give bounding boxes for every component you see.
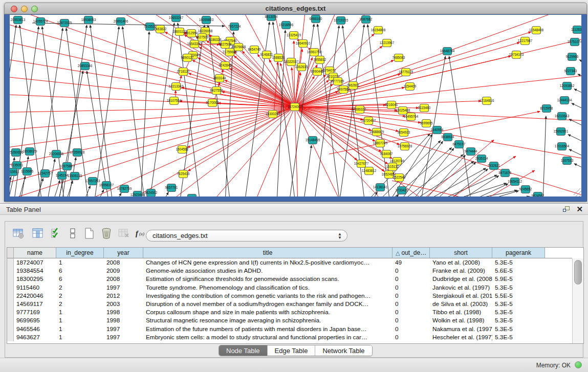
table-row[interactable]: 977716911998Corpus callosum shape and si… <box>7 308 572 316</box>
cell-name[interactable]: 9115460 <box>14 283 56 292</box>
tab-edge-table[interactable]: Edge Table <box>268 345 316 356</box>
cell-out_de[interactable]: 0 <box>393 325 430 333</box>
graph-node[interactable]: 9654923 <box>398 129 410 137</box>
cell-title[interactable]: Disruption of a novel member of a sodium… <box>143 300 393 308</box>
table-settings-button[interactable] <box>12 227 27 242</box>
graph-node[interactable]: 18807249 <box>373 140 388 147</box>
graph-node[interactable]: 18775118 <box>399 69 413 76</box>
cell-name[interactable]: 9465546 <box>14 325 56 333</box>
cell-pagerank[interactable]: 5.3E-5 <box>492 316 545 324</box>
graph-node[interactable]: 7485083 <box>393 54 405 62</box>
header-filler[interactable] <box>545 248 572 258</box>
cell-title[interactable]: Corpus callosum shape and size in male p… <box>143 308 393 316</box>
cell-short[interactable]: Jankovic et al. (1997) <box>430 283 492 292</box>
cell-out_de[interactable]: 0 <box>393 333 430 341</box>
cell-pagerank[interactable]: 5.5E-5 <box>492 292 545 300</box>
table-selector-dropdown[interactable]: citations_edges.txt ▲▼ <box>146 230 347 242</box>
graph-node[interactable]: 11548408 <box>529 27 543 34</box>
graph-node[interactable]: 9699695 <box>420 120 433 127</box>
graph-node[interactable]: 16210643 <box>555 113 570 120</box>
graph-node[interactable]: 7625415 <box>177 170 190 178</box>
graph-node[interactable]: 9777169 <box>332 78 344 85</box>
graph-node[interactable]: 1362615 <box>295 63 308 71</box>
cell-year[interactable]: 1997 <box>104 325 143 333</box>
cell-title[interactable]: Estimation of significance thresholds fo… <box>143 275 393 283</box>
graph-node[interactable]: 8938924 <box>442 134 454 141</box>
scrollbar-thumb[interactable] <box>574 260 582 285</box>
cell-title[interactable]: Tourette syndrome. Phenomenology and cla… <box>143 283 393 292</box>
table-row[interactable]: 2242004622012Investigating the contribut… <box>7 292 572 300</box>
row-mode-button[interactable] <box>66 227 81 242</box>
cell-short[interactable]: Hescheler et al. (1997) <box>430 333 492 341</box>
graph-node[interactable]: 10756928 <box>398 143 412 150</box>
cell-pagerank[interactable]: 5.3E-5 <box>492 283 545 292</box>
graph-node[interactable]: 2087682 <box>360 16 373 24</box>
graph-node[interactable]: 8471676 <box>499 169 512 177</box>
table-row[interactable]: 1872400712008Changes of HCN gene express… <box>7 258 572 267</box>
cell-name[interactable]: 9699695 <box>14 316 56 324</box>
graph-node[interactable]: 1154409 <box>404 83 417 91</box>
cell-pagerank[interactable]: 5.6E-5 <box>492 267 545 275</box>
cell-in_degree[interactable]: 1 <box>56 316 104 324</box>
graph-node[interactable]: 8215958 <box>540 105 553 113</box>
cell-pagerank[interactable]: 5.3E-5 <box>492 308 545 316</box>
graph-node[interactable]: 12217987 <box>518 37 533 45</box>
cell-in_degree[interactable]: 2 <box>56 300 104 308</box>
cell-pagerank[interactable]: 5.3E-5 <box>492 325 545 333</box>
graph-node[interactable]: 7429852 <box>186 194 199 197</box>
graph-node[interactable]: 16720407 <box>361 117 376 125</box>
cell-year[interactable]: 1998 <box>104 316 143 324</box>
cell-name[interactable]: 9463627 <box>14 333 56 341</box>
cell-title[interactable]: Investigating the contribution of common… <box>143 292 393 300</box>
cell-pagerank[interactable]: 5.3E-5 <box>492 333 545 341</box>
cell-pagerank[interactable]: 5.3E-5 <box>492 258 545 267</box>
memory-status-indicator[interactable] <box>575 361 582 368</box>
graph-node[interactable]: 8427552 <box>210 87 223 95</box>
graph-node[interactable]: 19734103 <box>509 51 524 59</box>
graph-node[interactable]: 18640910 <box>296 40 311 48</box>
graph-node[interactable]: 10427677 <box>354 160 369 168</box>
cell-name[interactable]: 14569117 <box>14 300 56 308</box>
graph-node[interactable]: 8454749 <box>248 46 261 54</box>
table-row[interactable]: 911546021997Tourette syndrome. Phenomeno… <box>7 283 572 292</box>
column-header-in_degree[interactable]: in_degree <box>56 248 104 258</box>
graph-node[interactable]: 12164816 <box>480 97 494 105</box>
window-titlebar[interactable]: citations_edges.txt <box>4 3 587 14</box>
cell-out_de[interactable]: 0 <box>393 292 430 300</box>
cell-out_de[interactable]: 0 <box>393 300 430 308</box>
graph-node[interactable]: 10653247 <box>169 15 184 22</box>
table-row[interactable]: 1830029562008Estimation of significance … <box>7 275 572 283</box>
graph-node[interactable]: 14055724 <box>33 18 48 26</box>
cell-in_degree[interactable]: 1 <box>56 333 104 341</box>
graph-node[interactable]: 10975887 <box>60 163 75 170</box>
cell-year[interactable]: 2003 <box>104 300 143 308</box>
select-columns-button[interactable] <box>50 227 65 242</box>
undock-panel-icon[interactable] <box>563 206 571 213</box>
cell-title[interactable]: Changes of HCN gene expression and I(f) … <box>143 258 393 267</box>
table-row[interactable]: 1456911722003Disruption of a novel membe… <box>7 300 572 308</box>
graph-node[interactable]: 6466160 <box>310 15 322 23</box>
graph-node[interactable]: 9824562 <box>532 192 545 197</box>
cell-in_degree[interactable]: 2 <box>56 292 104 300</box>
cell-pagerank[interactable]: 5.3E-5 <box>492 300 545 308</box>
column-header-pagerank[interactable]: pagerank <box>492 248 545 258</box>
cell-pagerank[interactable]: 5.9E-5 <box>492 275 545 283</box>
tab-node-table[interactable]: Node Table <box>219 345 268 356</box>
cell-year[interactable]: 1997 <box>104 333 143 341</box>
graph-node[interactable]: 1115686 <box>21 168 33 176</box>
graph-node[interactable]: 14136141 <box>373 184 388 191</box>
graph-node[interactable]: 12213343 <box>169 83 184 91</box>
cell-in_degree[interactable]: 1 <box>56 258 104 267</box>
cell-year[interactable]: 1997 <box>104 283 143 292</box>
cell-in_degree[interactable]: 6 <box>56 267 104 275</box>
graph-node[interactable]: 9184067 <box>380 150 393 158</box>
cell-name[interactable]: 19384554 <box>14 267 56 275</box>
graph-node[interactable]: 9227343 <box>564 68 577 75</box>
cell-in_degree[interactable]: 6 <box>56 275 104 283</box>
graph-node[interactable]: 20206536 <box>49 150 64 158</box>
delete-rows-button[interactable] <box>100 227 115 242</box>
graph-node[interactable]: 7886322 <box>354 106 366 114</box>
graph-node[interactable]: 12483812 <box>362 167 377 175</box>
cell-out_de[interactable]: 0 <box>393 308 430 316</box>
graph-node[interactable]: 8990448 <box>311 68 324 76</box>
